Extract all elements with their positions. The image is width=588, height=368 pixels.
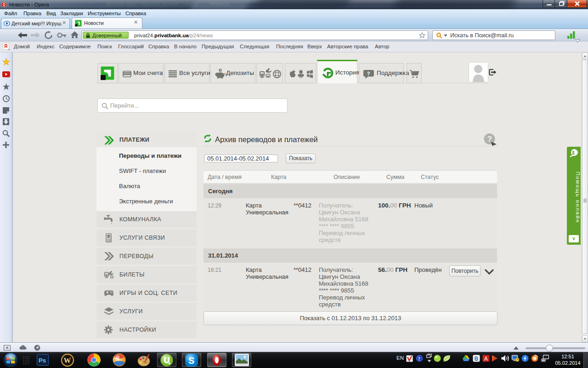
svg-text:$: $ [572,150,575,155]
svg-text:B: B [475,356,479,362]
svg-text:?: ? [367,71,370,76]
svg-text:A: A [484,356,488,362]
svg-text:?: ? [418,356,421,361]
svg-text:Я: Я [4,44,7,49]
svg-text:S: S [188,356,194,366]
svg-text:W: W [64,356,71,364]
svg-text:Ps: Ps [39,357,46,364]
